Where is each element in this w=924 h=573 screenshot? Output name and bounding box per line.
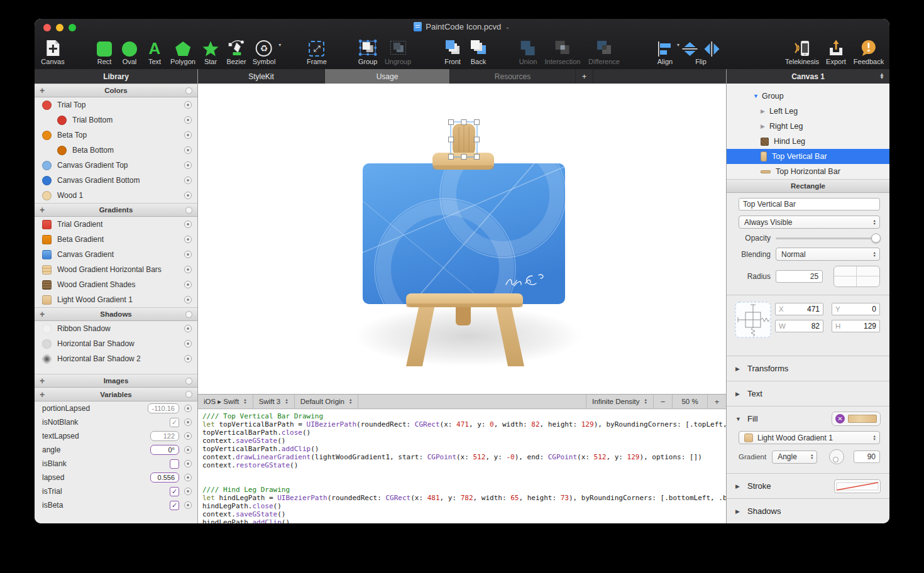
variable-checkbox[interactable]: ✓: [170, 418, 179, 427]
toolbar-bezier-button[interactable]: Bezier: [226, 36, 246, 65]
transforms-section-header[interactable]: ▶ Transforms: [727, 356, 889, 381]
list-item-gradient[interactable]: Light Wood Gradient 1: [35, 292, 197, 307]
opacity-slider[interactable]: [776, 237, 880, 239]
list-item-shadow[interactable]: Horizontal Bar Shadow 2: [35, 351, 197, 366]
h-field[interactable]: H129: [832, 320, 880, 332]
add-variable-icon[interactable]: +: [40, 390, 45, 400]
angle-input[interactable]: 90: [854, 450, 880, 463]
easel-artwork[interactable]: [352, 107, 616, 383]
section-target-icon[interactable]: [185, 87, 192, 94]
add-shadow-icon[interactable]: +: [40, 309, 45, 319]
section-target-icon[interactable]: [185, 311, 192, 318]
list-item-color[interactable]: Canvas Gradient Bottom: [35, 173, 197, 188]
target-icon[interactable]: [184, 266, 192, 273]
list-item-shadow[interactable]: Horizontal Bar Shadow: [35, 336, 197, 351]
target-icon[interactable]: [184, 116, 192, 124]
fill-gradient-select[interactable]: Light Wood Gradient 1 ▲▼: [739, 431, 880, 444]
toolbar-export-button[interactable]: Export: [826, 36, 846, 65]
target-icon[interactable]: [184, 131, 192, 139]
list-item-variable[interactable]: textLapsed122: [35, 429, 197, 443]
target-icon[interactable]: [184, 405, 192, 412]
toolbar-align-button[interactable]: ▾ Align: [656, 36, 674, 65]
list-item-color[interactable]: Trial Bottom: [35, 112, 197, 128]
target-icon[interactable]: [184, 281, 192, 288]
layer-row-selected[interactable]: Top Vertical Bar: [727, 149, 889, 164]
list-item-color[interactable]: Wood 1: [35, 188, 197, 203]
tab-usage[interactable]: Usage: [325, 69, 450, 84]
list-item-color[interactable]: Trial Top: [35, 97, 197, 112]
opacity-slider-knob[interactable]: [871, 234, 881, 243]
target-icon[interactable]: [184, 501, 192, 509]
list-item-variable[interactable]: isBlank: [35, 457, 197, 471]
target-icon[interactable]: [184, 446, 192, 454]
toolbar-rect-button[interactable]: Rect: [97, 36, 112, 65]
tab-resources[interactable]: Resources: [450, 69, 576, 84]
gradient-mode-select[interactable]: Angle▲▼: [772, 450, 817, 464]
toolbar-symbol-button[interactable]: ♻ ▾ Symbol: [253, 36, 276, 65]
no-fill-icon[interactable]: ✕: [835, 414, 845, 423]
text-section-header[interactable]: ▶ Text: [727, 381, 889, 406]
colors-section-header[interactable]: + Colors: [35, 84, 197, 97]
platform-select[interactable]: iOS ▸ Swift▲▼: [198, 395, 253, 408]
list-item-gradient[interactable]: Trial Gradient: [35, 217, 197, 232]
zoom-level[interactable]: 50 %: [672, 395, 707, 408]
document-proxy-icon[interactable]: [414, 22, 422, 31]
variable-checkbox[interactable]: ✓: [170, 501, 179, 510]
toolbar-group-button[interactable]: Group: [358, 36, 378, 65]
toolbar-feedback-button[interactable]: Feedback: [854, 36, 884, 65]
toolbar-telekinesis-button[interactable]: Telekinesis: [785, 36, 819, 65]
toolbar-canvas-button[interactable]: Canvas: [41, 36, 64, 65]
add-tab-button[interactable]: +: [576, 69, 593, 84]
toolbar-oval-button[interactable]: Oval: [122, 36, 137, 65]
target-icon[interactable]: [184, 296, 192, 303]
target-icon[interactable]: [184, 146, 192, 154]
target-icon[interactable]: [184, 340, 192, 347]
add-color-icon[interactable]: +: [40, 85, 45, 96]
images-section-header[interactable]: + Images: [35, 374, 197, 388]
w-field[interactable]: W82: [775, 320, 823, 332]
zoom-in-button[interactable]: +: [707, 395, 726, 408]
list-item-gradient[interactable]: Beta Gradient: [35, 232, 197, 247]
list-item-variable[interactable]: lapsed0.556: [35, 471, 197, 484]
list-item-color[interactable]: Beta Bottom: [35, 143, 197, 158]
toolbar-star-button[interactable]: Star: [202, 36, 219, 65]
list-item-variable[interactable]: isTrial✓: [35, 484, 197, 498]
angle-dial[interactable]: [829, 449, 844, 464]
drawing-canvas[interactable]: [198, 84, 726, 394]
layer-row[interactable]: ▶Right Leg: [727, 119, 889, 134]
visibility-select[interactable]: Always Visible▲▼: [739, 216, 880, 229]
toolbar-back-button[interactable]: Back: [470, 36, 487, 65]
toolbar-front-button[interactable]: Front: [444, 36, 461, 65]
language-version-select[interactable]: Swift 3▲▼: [253, 395, 295, 408]
list-item-variable[interactable]: portionLapsed-110.16: [35, 401, 197, 415]
list-item-color[interactable]: Beta Top: [35, 128, 197, 143]
target-icon[interactable]: [184, 192, 192, 199]
gradients-section-header[interactable]: + Gradients: [35, 203, 197, 217]
target-icon[interactable]: [184, 488, 192, 495]
layer-row[interactable]: ▶Left Leg: [727, 104, 889, 119]
disclosure-collapsed-icon[interactable]: ▶: [761, 123, 769, 129]
list-item-color[interactable]: Canvas Gradient Top: [35, 158, 197, 173]
title-chevron-icon[interactable]: ⌄: [505, 23, 510, 30]
list-item-variable[interactable]: angle0°: [35, 443, 197, 457]
shadows-section-header[interactable]: ▶ Shadows: [727, 498, 889, 523]
layer-row[interactable]: Top Horizontal Bar: [727, 164, 889, 179]
variable-value-field[interactable]: -110.16: [148, 403, 180, 413]
variable-checkbox[interactable]: ✓: [170, 487, 179, 496]
origin-select[interactable]: Default Origin▲▼: [295, 395, 359, 408]
add-image-icon[interactable]: +: [40, 376, 45, 386]
x-field[interactable]: X471: [775, 303, 823, 315]
disclosure-collapsed-icon[interactable]: ▶: [761, 108, 769, 114]
fill-swatch-button[interactable]: ✕: [832, 412, 881, 426]
list-item-variable[interactable]: isBeta✓: [35, 498, 197, 512]
target-icon[interactable]: [184, 101, 192, 109]
shadows-section-header[interactable]: + Shadows: [35, 307, 197, 321]
target-icon[interactable]: [184, 325, 192, 332]
toolbar-text-button[interactable]: A Text: [148, 36, 161, 65]
density-select[interactable]: Infinite Density▲▼: [586, 395, 653, 408]
zoom-out-button[interactable]: −: [653, 395, 672, 408]
code-editor[interactable]: //// Top Vertical Bar Drawinglet topVert…: [198, 410, 726, 523]
target-icon[interactable]: [184, 355, 192, 363]
blending-select[interactable]: Normal▲▼: [776, 248, 880, 261]
variable-value-field[interactable]: 122: [150, 431, 179, 441]
